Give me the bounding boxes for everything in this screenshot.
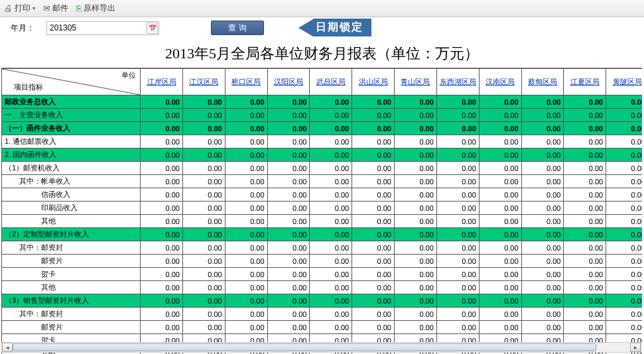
value-cell: 0.00 (436, 255, 479, 268)
value-cell: 0.00 (521, 255, 564, 268)
value-cell: 0.00 (310, 281, 352, 294)
scroll-right-icon[interactable]: ▸ (630, 343, 641, 352)
value-cell: 0.00 (310, 228, 352, 241)
value-cell: 0.00 (564, 202, 606, 215)
value-cell: 0.00 (352, 122, 395, 135)
value-cell: 0.00 (436, 188, 479, 202)
value-cell: 0.00 (182, 109, 225, 122)
column-header[interactable]: 江夏区局 (564, 69, 606, 95)
page-title: 2013年5月全局各单位财务月报表（单位：万元） (0, 38, 644, 68)
value-cell: 0.00 (141, 109, 183, 122)
value-cell: 0.00 (479, 215, 521, 228)
value-cell: 0.00 (225, 162, 267, 175)
value-cell: 0.00 (352, 241, 395, 255)
value-cell: 0.00 (606, 122, 642, 135)
value-cell: 0.00 (225, 241, 267, 255)
value-cell: 0.00 (606, 175, 642, 188)
table-row: 其他0.000.000.000.000.000.000.000.000.000.… (2, 215, 643, 228)
value-cell: 0.00 (267, 281, 310, 294)
value-cell: 0.00 (267, 215, 310, 228)
value-cell: 0.00 (141, 241, 183, 255)
value-cell: 0.00 (479, 255, 521, 268)
value-cell: 0.00 (225, 281, 267, 294)
report-grid[interactable]: 单位 项目指标 江岸区局江汉区局桥口区局汉阳区局武昌区局洪山区局青山区局东西湖区… (1, 68, 642, 354)
value-cell: 0.00 (564, 95, 606, 109)
scroll-left-icon[interactable]: ◂ (2, 343, 13, 352)
value-cell: 0.00 (436, 202, 479, 215)
column-header[interactable]: 汉南区局 (479, 69, 521, 95)
value-cell: 0.00 (225, 268, 267, 281)
value-cell: 0.00 (479, 162, 521, 175)
column-header[interactable]: 东西湖区局 (436, 69, 479, 95)
scroll-track[interactable] (13, 343, 630, 352)
corner-header: 单位 项目指标 (2, 69, 141, 95)
value-cell: 0.00 (225, 202, 267, 215)
value-cell: 0.00 (267, 109, 310, 122)
value-cell: 0.00 (521, 321, 564, 334)
value-cell: 0.00 (267, 321, 310, 334)
value-cell: 0.00 (436, 175, 479, 188)
value-cell: 0.00 (141, 255, 183, 268)
row-label: （2）定制型邮资封片收入 (2, 228, 141, 241)
horizontal-scrollbar[interactable]: ◂ ▸ (1, 342, 641, 353)
mail-button[interactable]: ✉ 邮件 (43, 3, 68, 14)
value-cell: 0.00 (479, 135, 521, 148)
value-cell: 0.00 (182, 95, 225, 109)
value-cell: 0.00 (479, 188, 521, 202)
value-cell: 0.00 (310, 268, 352, 281)
column-header[interactable]: 青山区局 (395, 69, 437, 95)
column-header[interactable]: 洪山区局 (352, 69, 395, 95)
value-cell: 0.00 (267, 202, 310, 215)
print-label: 打印 (15, 3, 31, 14)
value-cell: 0.00 (310, 109, 352, 122)
value-cell: 0.00 (141, 228, 183, 241)
value-cell: 0.00 (436, 268, 479, 281)
value-cell: 0.00 (606, 321, 642, 334)
value-cell: 0.00 (267, 228, 310, 241)
value-cell: 0.00 (352, 95, 395, 109)
value-cell: 0.00 (395, 281, 437, 294)
value-cell: 0.00 (310, 321, 352, 334)
query-button[interactable]: 查 询 (211, 21, 264, 35)
row-label: 印刷品收入 (2, 202, 141, 215)
column-header[interactable]: 江岸区局 (141, 69, 183, 95)
date-input[interactable] (46, 21, 159, 35)
value-cell: 0.00 (225, 135, 267, 148)
value-cell: 0.00 (395, 202, 437, 215)
row-label: 邮资片 (2, 255, 141, 268)
column-header[interactable]: 江汉区局 (182, 69, 225, 95)
table-row: 其中：帐单收入0.000.000.000.000.000.000.000.000… (2, 175, 643, 188)
value-cell: 0.00 (606, 95, 642, 109)
value-cell: 0.00 (141, 122, 183, 135)
value-cell: 0.00 (606, 241, 642, 255)
print-button[interactable]: 🖨 打印 ▾ (4, 3, 35, 14)
column-header[interactable]: 桥口区局 (225, 69, 267, 95)
value-cell: 0.00 (141, 294, 183, 308)
column-header[interactable]: 黄陂区局 (606, 69, 642, 95)
value-cell: 0.00 (436, 321, 479, 334)
value-cell: 0.00 (352, 255, 395, 268)
value-cell: 0.00 (606, 281, 642, 294)
column-header[interactable]: 武昌区局 (310, 69, 352, 95)
table-row: 邮资片0.000.000.000.000.000.000.000.000.000… (2, 255, 643, 268)
value-cell: 0.00 (479, 228, 521, 241)
value-cell: 0.00 (564, 175, 606, 188)
table-row: 印刷品收入0.000.000.000.000.000.000.000.000.0… (2, 202, 643, 215)
export-button[interactable]: ⎘ 原样导出 (76, 3, 115, 14)
value-cell: 0.00 (564, 308, 606, 321)
scroll-thumb[interactable] (13, 343, 596, 351)
column-header[interactable]: 蔡甸区局 (521, 69, 564, 95)
column-header[interactable]: 汉阳区局 (267, 69, 310, 95)
table-row: 其中：邮资封0.000.000.000.000.000.000.000.000.… (2, 241, 643, 255)
value-cell: 0.00 (352, 135, 395, 148)
value-cell: 0.00 (182, 202, 225, 215)
calendar-icon[interactable]: 📅 (147, 23, 158, 34)
export-icon: ⎘ (76, 3, 82, 13)
table-row: （1）邮资机收入0.000.000.000.000.000.000.000.00… (2, 162, 643, 175)
mail-icon: ✉ (43, 3, 50, 13)
value-cell: 0.00 (225, 148, 267, 162)
value-cell: 0.00 (436, 148, 479, 162)
row-label: 其中：邮资封 (2, 308, 141, 321)
value-cell: 0.00 (352, 281, 395, 294)
table-row: （一）函件业务收入0.000.000.000.000.000.000.000.0… (2, 122, 643, 135)
